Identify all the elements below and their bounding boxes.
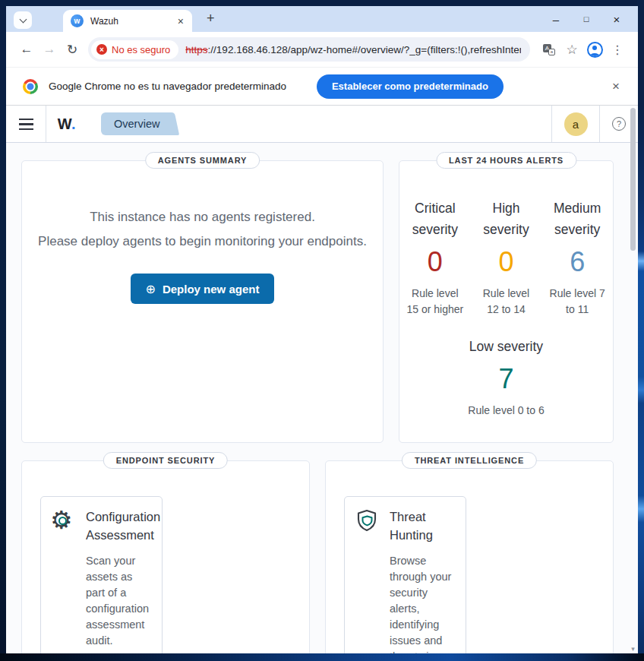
low-caption: Rule level 0 to 6 [399, 403, 613, 419]
high-severity-stat: High severity 0 Rule level 12 to 14 [471, 198, 542, 318]
banner-message: Google Chrome no es tu navegador predete… [49, 81, 286, 92]
browser-toolbar: ← → ↻ × No es seguro https://192.168.46.… [6, 32, 638, 67]
page-scrollbar: ▾ [629, 106, 637, 653]
tab-close-icon[interactable]: × [175, 15, 186, 27]
plus-circle-icon: ⊕ [146, 282, 156, 296]
tab-title: Wazuh [90, 16, 175, 27]
scrollbar-down-arrow[interactable]: ▾ [629, 645, 637, 653]
endpoint-security-title: ENDPOINT SECURITY [103, 452, 228, 469]
endpoint-security-panel: ENDPOINT SECURITY ⚙ Configuration Assess… [21, 460, 310, 653]
gear-center-ring [58, 517, 67, 525]
desktop-wallpaper-strip [637, 0, 644, 661]
medium-severity-stat: Medium severity 6 Rule level 7 to 11 [541, 198, 613, 318]
low-severity-stat: Low severity 7 Rule level 0 to 6 [399, 336, 613, 419]
critical-severity-stat: Critical severity 0 Rule level 15 or hig… [399, 198, 471, 318]
wazuh-logo[interactable]: W. [46, 115, 87, 133]
high-caption: Rule level 12 to 14 [478, 286, 535, 318]
agents-empty-line2: Please deploy agents to begin monitoring… [22, 229, 383, 254]
high-label: High severity [476, 198, 537, 240]
url-scheme: https [185, 44, 207, 55]
chrome-logo-icon [23, 79, 38, 94]
forward-button[interactable]: → [38, 42, 61, 57]
gear-icon: ⚙ [50, 508, 76, 533]
translate-front-letter: a [548, 49, 555, 55]
browser-tab-wazuh[interactable]: w Wazuh × [63, 10, 192, 32]
agents-summary-title: AGENTS SUMMARY [145, 152, 260, 169]
configuration-assessment-link[interactable]: Configuration Assessment [86, 508, 160, 544]
default-browser-banner: Google Chrome no es tu navegador predete… [6, 67, 638, 106]
threat-hunting-description: Browse through your security alerts, ide… [390, 553, 456, 653]
address-bar[interactable]: × No es seguro https://192.168.46.128/ap… [88, 37, 530, 62]
deploy-button-label: Deploy new agent [163, 283, 260, 296]
configuration-assessment-card[interactable]: ⚙ Configuration Assessment Scan your ass… [40, 496, 163, 653]
shield-icon [354, 508, 380, 533]
scrollbar-thumb[interactable] [630, 108, 636, 251]
desktop-wallpaper-bottom [0, 653, 644, 661]
medium-value[interactable]: 6 [541, 245, 613, 279]
translate-glyph: A a [543, 44, 555, 55]
security-chip[interactable]: × No es seguro [91, 40, 178, 59]
critical-label: Critical severity [405, 198, 466, 240]
minimize-button[interactable]: – [541, 13, 571, 26]
configuration-assessment-description: Scan your assets as part of a configurat… [86, 553, 153, 649]
medium-caption: Rule level 7 to 11 [548, 286, 606, 318]
help-icon[interactable]: ? [612, 117, 626, 131]
threat-intelligence-title: THREAT INTELLIGENCE [402, 452, 537, 469]
agents-empty-line1: This instance has no agents registered. [22, 205, 383, 229]
critical-value[interactable]: 0 [399, 245, 471, 279]
high-value[interactable]: 0 [471, 245, 542, 279]
deploy-new-agent-button[interactable]: ⊕ Deploy new agent [131, 274, 275, 304]
back-button[interactable]: ← [15, 42, 38, 57]
maximize-button[interactable]: □ [571, 14, 601, 24]
new-tab-button[interactable]: + [202, 9, 219, 28]
wazuh-header: W. Overview a ? [6, 106, 638, 143]
url-rest: ://192.168.46.128/app/wz-home#/overview/… [208, 44, 521, 55]
chevron-down-icon [19, 15, 27, 23]
not-secure-icon: × [96, 44, 107, 55]
window-controls: – □ × [541, 6, 638, 32]
bookmark-star-icon[interactable]: ☆ [560, 42, 583, 58]
profile-glyph [587, 42, 603, 58]
low-label: Low severity [399, 336, 613, 357]
threat-intelligence-panel: THREAT INTELLIGENCE Threat Hunting Brows… [325, 460, 614, 653]
alerts-panel-title: LAST 24 HOURS ALERTS [436, 152, 576, 169]
window-close-button[interactable]: × [601, 13, 632, 26]
tab-search-button[interactable] [14, 11, 32, 29]
set-default-button[interactable]: Establecer como predeterminado [317, 74, 504, 99]
profile-avatar-icon[interactable] [583, 42, 606, 58]
logo-dot: . [71, 115, 76, 132]
alerts-row: Critical severity 0 Rule level 15 or hig… [399, 198, 613, 318]
critical-caption: Rule level 15 or higher [406, 286, 464, 318]
tab-overview-label: Overview [114, 118, 159, 130]
url-text[interactable]: https://192.168.46.128/app/wz-home#/over… [185, 44, 521, 55]
dashboard-content: AGENTS SUMMARY This instance has no agen… [6, 143, 638, 653]
tab-strip: w Wazuh × + – □ × [6, 6, 638, 32]
avatar-cell: a [551, 106, 600, 142]
tab-overview[interactable]: Overview [101, 112, 181, 135]
threat-hunting-card[interactable]: Threat Hunting Browse through your secur… [344, 496, 466, 653]
threat-hunting-link[interactable]: Threat Hunting [390, 508, 456, 544]
wazuh-favicon-icon: w [71, 14, 84, 27]
banner-close-icon[interactable]: × [608, 77, 624, 96]
reload-button[interactable]: ↻ [61, 42, 84, 58]
translate-icon[interactable]: A a [538, 44, 560, 55]
last-24-hours-alerts-panel: LAST 24 HOURS ALERTS Critical severity 0… [399, 160, 614, 443]
browser-menu-icon[interactable]: ⋮ [606, 43, 629, 57]
header-right: a ? [551, 106, 638, 142]
medium-label: Medium severity [547, 198, 608, 240]
user-avatar[interactable]: a [564, 112, 588, 136]
hamburger-bars [19, 119, 33, 130]
low-value[interactable]: 7 [399, 362, 613, 396]
agents-summary-panel: AGENTS SUMMARY This instance has no agen… [21, 160, 384, 443]
menu-hamburger-icon[interactable] [6, 106, 46, 142]
browser-window: w Wazuh × + – □ × ← → ↻ × No es seguro h… [6, 6, 638, 653]
security-chip-label: No es seguro [112, 44, 170, 55]
logo-letter: W [58, 115, 71, 132]
